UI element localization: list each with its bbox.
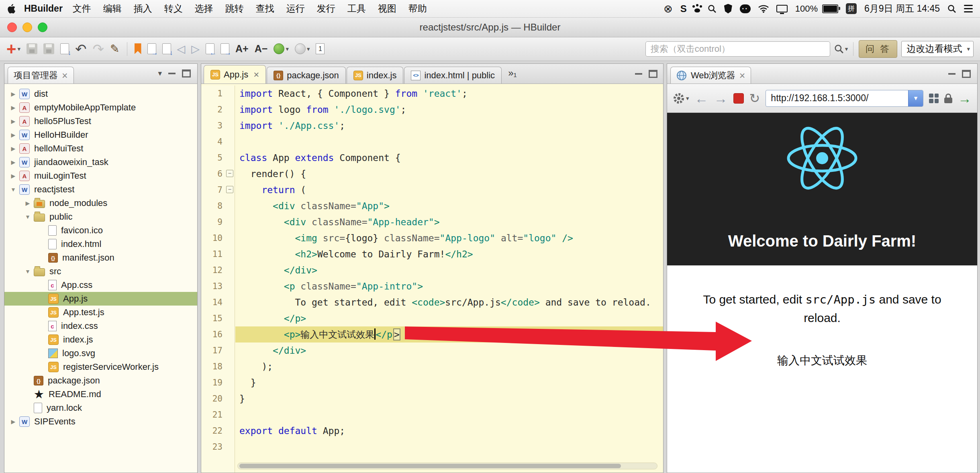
tree-item[interactable]: {}manifest.json [4,251,197,265]
menubar-clock[interactable]: 6月9日 周五 14:45 [864,2,940,15]
code-line-3[interactable]: import './App.css'; [235,118,663,134]
tree-item[interactable]: ▶WSIPEvents [4,415,197,428]
expand-icon[interactable]: ▶ [8,132,19,138]
expand-icon[interactable]: ▶ [8,104,19,111]
tree-item[interactable]: JSApp.js [4,292,197,306]
tree-item[interactable]: JSApp.test.js [4,306,197,319]
menu-item-7[interactable]: 查找 [250,2,280,15]
expand-icon[interactable]: ▶ [8,173,19,179]
menu-item-5[interactable]: 选择 [189,2,219,15]
undo-button[interactable]: ↶ [75,43,87,55]
code-line-22[interactable]: export default App; [235,423,663,439]
expand-icon[interactable]: ▶ [8,145,19,152]
tree-item[interactable]: favicon.ico [4,224,197,237]
close-tab-icon[interactable]: × [253,69,259,80]
app-menu[interactable]: HBuilder [20,3,67,14]
code-line-16[interactable]: <p>输入中文试试效果</p> [235,326,663,343]
tree-item[interactable]: ▶AemptyMobileAppTemplate [4,101,197,114]
redo-button[interactable]: ↷ [93,43,104,55]
tree-item[interactable]: logo.svg [4,347,197,360]
paw-icon[interactable] [694,8,700,12]
browser-stop-button[interactable] [733,93,744,104]
bookmark-button[interactable] [135,43,141,54]
editor-tab[interactable]: <>index.html | public [404,67,502,84]
tree-item[interactable]: ▶Wjiandaoweixin_task [4,155,197,169]
code-line-23[interactable] [235,439,663,455]
code-line-5[interactable]: class App extends Component { [235,150,663,166]
spotlight-search-icon[interactable] [947,4,956,13]
import-button[interactable] [60,43,69,54]
tree-item[interactable]: ▶Wdist [4,87,197,101]
maximize-panel-icon[interactable] [649,70,657,78]
collapse-icon[interactable]: ▼ [22,214,33,220]
close-panel-icon[interactable]: × [739,71,745,80]
font-increase-button[interactable]: A+ [235,43,249,55]
tree-item[interactable]: JSindex.js [4,333,197,347]
wechat-icon[interactable]: ·· [740,4,751,13]
tree-item[interactable]: ▼Wreactjstest [4,183,197,196]
minimize-panel-icon[interactable] [635,73,642,75]
tree-item[interactable]: ▶Ahello5PlusTest [4,114,197,128]
tree-item[interactable]: JSregisterServiceWorker.js [4,360,197,374]
browser-forward-button[interactable]: → [714,92,728,105]
tree-item[interactable]: ▶AhelloMuiTest [4,142,197,155]
toolbar-search-input[interactable] [645,41,830,57]
code-line-4[interactable] [235,134,663,150]
menu-item-6[interactable]: 跳转 [219,2,250,15]
code-line-12[interactable]: </div> [235,262,663,278]
circle-x-icon[interactable]: ⊗ [664,2,673,15]
code-line-11[interactable]: <h2>Welcome to Dairly Farm!</h2> [235,246,663,262]
code-editor[interactable]: 123456−7−891011121314151617181920212223 … [201,84,663,473]
search-options-button[interactable]: ▾ [834,44,848,54]
code-line-18[interactable]: ); [235,359,663,375]
code-line-15[interactable]: </p> [235,310,663,326]
tree-item[interactable]: cindex.css [4,319,197,333]
notification-center-icon[interactable] [964,5,973,12]
expand-icon[interactable]: ▶ [8,418,19,425]
collapse-icon[interactable]: ▼ [22,268,33,275]
collapse-icon[interactable]: ▼ [8,186,19,193]
browser-settings-button[interactable]: ▾ [673,92,689,104]
menu-item-10[interactable]: 工具 [341,2,372,15]
format-button[interactable]: ✎ [110,42,119,55]
code-line-9[interactable]: <div className="App-header"> [235,214,663,230]
expand-icon[interactable]: ▶ [8,91,19,97]
code-line-6[interactable]: render() { [235,166,663,182]
editor-tab[interactable]: {}package.json [267,67,346,84]
tree-item[interactable]: ▼public [4,210,197,224]
qa-button[interactable]: 问 答 [859,40,897,58]
back-location-button[interactable]: ◁ [177,43,186,55]
qr-code-icon[interactable] [929,94,939,103]
code-line-20[interactable]: } [235,391,663,407]
code-line-2[interactable]: import logo from './logo.svg'; [235,102,663,118]
s-app-icon[interactable]: S [680,3,687,14]
tree-item[interactable]: ▶node_modules [4,196,197,210]
code-line-13[interactable]: <p className="App-intro"> [235,278,663,294]
menu-item-12[interactable]: 帮助 [402,2,433,15]
wifi-icon[interactable] [758,5,769,13]
view-menu-icon[interactable]: ▾ [158,69,162,78]
display-mirroring-icon[interactable] [776,5,788,12]
next-edit-button[interactable] [220,43,229,54]
code-line-7[interactable]: return ( [235,182,663,198]
fold-marker[interactable]: − [226,170,233,177]
fold-marker[interactable]: − [226,186,233,193]
lock-icon[interactable] [944,98,952,103]
menu-item-9[interactable]: 发行 [311,2,341,15]
editor-tab[interactable]: JSApp.js× [204,65,266,84]
new-button[interactable]: +▾ [6,43,20,55]
tree-item[interactable]: ▶AmuiLoginTest [4,169,197,183]
close-panel-icon[interactable]: × [62,71,68,80]
window-minimize-button[interactable] [22,22,32,32]
maximize-panel-icon[interactable] [962,70,971,78]
code-line-21[interactable] [235,407,663,423]
browser-panel-tab[interactable]: Web浏览器 × [670,67,751,84]
code-line-10[interactable]: <img src={logo} className="App-logo" alt… [235,230,663,246]
tab-overflow-indicator[interactable]: »₁ [508,67,517,79]
code-line-1[interactable]: import React, { Component } from 'react'… [235,86,663,102]
prev-edit-button[interactable] [206,43,214,54]
shield-icon[interactable] [724,4,732,14]
code-line-8[interactable]: <div className="App"> [235,198,663,214]
tree-item[interactable]: index.html [4,237,197,251]
code-line-19[interactable]: } [235,375,663,391]
